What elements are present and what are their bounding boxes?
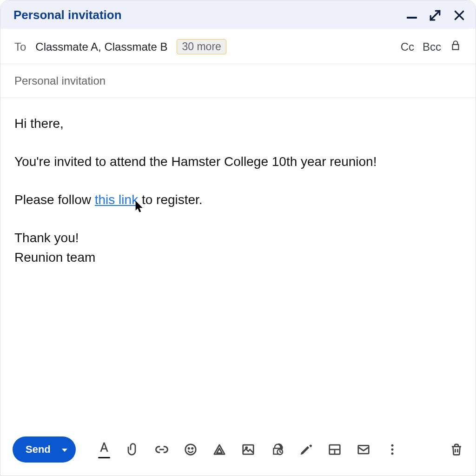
send-button-label: Send <box>26 443 51 456</box>
pen-icon[interactable] <box>299 443 313 456</box>
compose-toolbar: Send <box>0 428 476 476</box>
cc-button[interactable]: Cc <box>401 40 414 53</box>
more-recipients-chip[interactable]: 30 more <box>177 39 226 54</box>
close-icon[interactable] <box>453 9 465 21</box>
expand-icon[interactable] <box>429 9 441 21</box>
more-vert-icon[interactable] <box>385 443 399 456</box>
body-thanks: Thank you! <box>14 228 462 248</box>
lock-icon[interactable] <box>450 40 462 54</box>
window-controls <box>407 9 465 21</box>
svg-point-3 <box>188 448 190 449</box>
window-titlebar: Personal invitation <box>0 0 476 29</box>
envelope-icon[interactable] <box>357 443 370 456</box>
body-line-1: You're invited to attend the Hamster Col… <box>14 152 462 172</box>
svg-point-2 <box>185 444 196 455</box>
send-options-caret-icon[interactable] <box>62 449 67 452</box>
text-format-icon[interactable] <box>97 441 111 458</box>
send-button[interactable]: Send <box>13 436 76 463</box>
window-title: Personal invitation <box>13 8 122 22</box>
svg-point-14 <box>391 449 393 451</box>
register-link[interactable]: this link <box>95 192 138 207</box>
svg-point-13 <box>391 444 393 447</box>
body-greeting: Hi there, <box>14 114 462 133</box>
body-line-2-post: to register. <box>138 192 203 207</box>
recipients-row[interactable]: To Classmate A, Classmate B 30 more Cc B… <box>0 29 476 64</box>
body-line-2-pre: Please follow <box>14 192 95 207</box>
subject-field[interactable]: Personal invitation <box>0 64 476 98</box>
svg-rect-12 <box>358 445 369 454</box>
svg-point-15 <box>391 452 393 455</box>
compose-window: Personal invitation To Classmate A, Clas… <box>0 0 476 476</box>
subject-text: Personal invitation <box>14 74 106 87</box>
svg-point-6 <box>245 447 247 449</box>
minimize-icon[interactable] <box>407 12 417 19</box>
body-signature: Reunion team <box>14 248 462 267</box>
to-label: To <box>14 40 26 53</box>
drive-triangle-icon[interactable] <box>212 443 226 456</box>
smiley-icon[interactable] <box>184 443 198 456</box>
body-line-2: Please follow this link to register. <box>14 190 462 210</box>
clock-lock-icon[interactable] <box>270 443 284 456</box>
trash-icon[interactable] <box>450 443 463 456</box>
bcc-button[interactable]: Bcc <box>423 40 441 53</box>
link-icon[interactable] <box>155 443 169 456</box>
svg-point-4 <box>192 448 193 449</box>
paperclip-icon[interactable] <box>126 443 140 456</box>
message-body[interactable]: Hi there, You're invited to attend the H… <box>0 98 476 428</box>
image-icon[interactable] <box>241 443 255 456</box>
recipient-list[interactable]: Classmate A, Classmate B <box>35 40 167 53</box>
format-toolbar-icons <box>97 441 399 458</box>
layout-icon[interactable] <box>328 443 342 456</box>
